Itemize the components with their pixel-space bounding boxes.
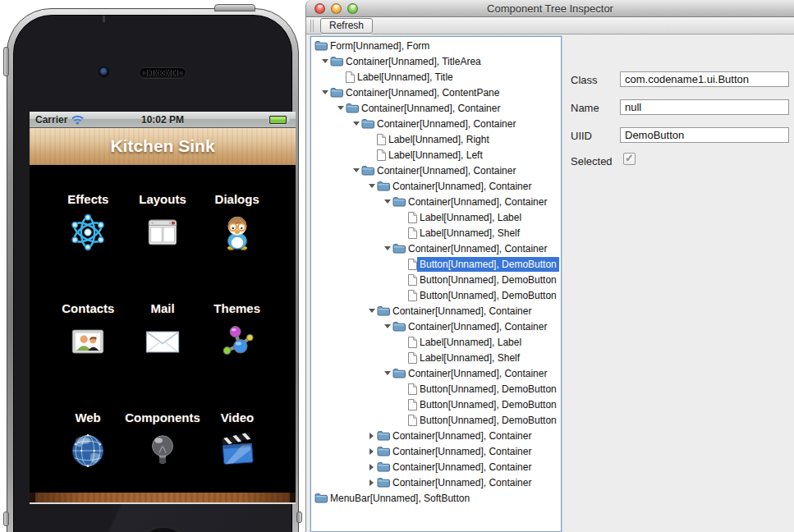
app-item-label: Web: [75, 410, 100, 424]
tree-row[interactable]: Container[Unnamed], ContentPane: [311, 85, 561, 100]
status-bar: Carrier 10:02 PM: [30, 112, 296, 128]
power-button[interactable]: [214, 4, 255, 11]
app-item-label: Components: [125, 410, 200, 424]
tree-row[interactable]: MenuBar[Unnamed], SoftButton: [311, 490, 561, 506]
expand-arrow-icon[interactable]: [335, 106, 346, 110]
folder-icon: [361, 118, 374, 129]
expand-arrow-icon[interactable]: [366, 433, 377, 439]
window-titlebar[interactable]: Component Tree Inspector: [306, 0, 794, 17]
tree-row[interactable]: Container[Unnamed], Container: [311, 428, 561, 443]
tree-row[interactable]: Form[Unnamed], Form: [311, 38, 561, 53]
tree-row[interactable]: Container[Unnamed], Container: [311, 163, 561, 178]
folder-icon: [330, 87, 343, 98]
file-icon: [408, 352, 417, 364]
expand-arrow-icon[interactable]: [366, 479, 377, 486]
file-icon: [408, 227, 417, 239]
tree-row[interactable]: Container[Unnamed], Container: [311, 303, 561, 319]
refresh-button[interactable]: Refresh: [320, 18, 373, 34]
tree-row-label: Button[Unnamed], DemoButton: [417, 273, 559, 287]
tree-row[interactable]: Button[Unnamed], DemoButton: [311, 287, 561, 303]
tree-row[interactable]: Label[Unnamed], Label: [311, 334, 561, 350]
volume-button[interactable]: [3, 511, 9, 526]
home-button[interactable]: [135, 526, 192, 532]
expand-arrow-icon[interactable]: [366, 464, 377, 470]
shelf-board: [30, 359, 296, 383]
tree-row[interactable]: Button[Unnamed], DemoButton: [311, 397, 561, 412]
app-item[interactable]: Video: [200, 410, 274, 470]
tree-row[interactable]: Label[Unnamed], Right: [311, 131, 561, 147]
tree-row-label: Label[Unnamed], Shelf: [417, 226, 522, 241]
tree-row-label: Label[Unnamed], Label: [417, 210, 524, 225]
tree-row[interactable]: Button[Unnamed], DemoButton: [311, 272, 561, 287]
class-field[interactable]: [620, 71, 789, 87]
iphone-simulator: Carrier 10:02 PM: [7, 8, 299, 532]
tree-row[interactable]: Container[Unnamed], Container: [311, 100, 561, 116]
tree-row[interactable]: Container[Unnamed], Container: [311, 241, 561, 256]
tree-row[interactable]: Label[Unnamed], Shelf: [311, 225, 561, 241]
expand-arrow-icon[interactable]: [382, 324, 392, 328]
expand-arrow-icon[interactable]: [366, 309, 377, 313]
tree-row[interactable]: Label[Unnamed], Left: [311, 147, 561, 163]
component-tree-inspector-window: Component Tree Inspector Refresh Form[Un…: [305, 0, 794, 532]
mail-icon: [144, 323, 181, 360]
tree-row[interactable]: Label[Unnamed], Title: [311, 69, 561, 85]
app-item[interactable]: Effects: [51, 192, 126, 251]
app-item[interactable]: Contacts: [51, 301, 126, 360]
tree-row-label: Label[Unnamed], Left: [386, 148, 485, 163]
tree-row[interactable]: Container[Unnamed], Container: [311, 475, 561, 490]
name-label: Name: [571, 102, 599, 114]
folder-icon: [377, 181, 390, 191]
app-item[interactable]: Web: [51, 410, 125, 470]
tree-row[interactable]: Button[Unnamed], DemoButton: [311, 381, 561, 397]
tree-row[interactable]: Container[Unnamed], Container: [311, 365, 561, 381]
mute-switch[interactable]: [3, 47, 9, 76]
tree-row[interactable]: Button[Unnamed], DemoButton: [311, 256, 561, 272]
tree-row[interactable]: Container[Unnamed], Container: [311, 194, 561, 209]
expand-arrow-icon[interactable]: [319, 90, 330, 94]
app-item[interactable]: Dialogs: [200, 192, 274, 251]
selected-checkbox[interactable]: ✓: [623, 153, 636, 165]
folder-icon: [377, 477, 390, 488]
shelf-row: Contacts Mail Themes: [30, 274, 296, 383]
tree-row[interactable]: Container[Unnamed], TitleArea: [311, 53, 561, 69]
tree-row[interactable]: Container[Unnamed], Container: [311, 459, 561, 475]
expand-arrow-icon[interactable]: [366, 448, 377, 455]
tree-row[interactable]: Container[Unnamed], Container: [311, 116, 561, 131]
name-field[interactable]: [620, 99, 789, 115]
tree-row-label: Container[Unnamed], Container: [390, 429, 534, 443]
tree-row[interactable]: Container[Unnamed], Container: [311, 178, 561, 194]
window-title: Component Tree Inspector: [306, 0, 794, 17]
shelf-row: Effects Layouts Dialogs: [30, 165, 296, 274]
tree-row[interactable]: Container[Unnamed], Container: [311, 319, 561, 334]
toolbar-drag-handle[interactable]: [310, 20, 314, 32]
side-button[interactable]: [296, 511, 302, 523]
tree-row-label: Button[Unnamed], DemoButton: [417, 288, 559, 303]
penguin-icon: [218, 213, 256, 251]
expand-arrow-icon[interactable]: [382, 371, 392, 375]
tree-row[interactable]: Label[Unnamed], Label: [311, 209, 561, 225]
folder-icon: [377, 430, 390, 441]
expand-arrow-icon[interactable]: [366, 184, 377, 188]
tree-row[interactable]: Label[Unnamed], Shelf: [311, 350, 561, 365]
tree-row-label: Label[Unnamed], Title: [355, 70, 456, 85]
app-item[interactable]: Layouts: [126, 192, 200, 251]
class-label: Class: [571, 74, 598, 86]
contacts-icon: [69, 323, 107, 360]
app-screen: Carrier 10:02 PM: [30, 112, 296, 504]
app-item[interactable]: Mail: [126, 301, 200, 360]
shelf-board: [30, 250, 296, 274]
component-tree[interactable]: Form[Unnamed], Form Container[Unnamed], …: [310, 36, 562, 532]
uiid-field[interactable]: [620, 127, 789, 143]
expand-arrow-icon[interactable]: [351, 168, 361, 172]
expand-arrow-icon[interactable]: [319, 59, 330, 63]
expand-arrow-icon[interactable]: [382, 246, 392, 250]
app-item[interactable]: Themes: [200, 301, 274, 360]
tree-row[interactable]: Button[Unnamed], DemoButton: [311, 412, 561, 428]
expand-arrow-icon[interactable]: [382, 200, 392, 204]
app-item[interactable]: Components: [125, 410, 200, 470]
expand-arrow-icon[interactable]: [351, 122, 361, 126]
app-item-label: Video: [221, 410, 255, 424]
tree-row[interactable]: Container[Unnamed], Container: [311, 443, 561, 459]
file-icon: [346, 71, 355, 83]
file-icon: [408, 274, 417, 286]
